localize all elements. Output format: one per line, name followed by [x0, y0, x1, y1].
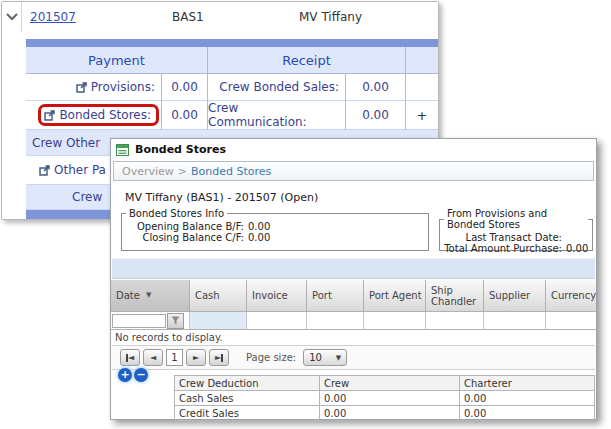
- external-link-icon[interactable]: [44, 110, 55, 121]
- vessel-code: BAS1: [172, 10, 204, 24]
- bonded-stores-grid: Date ▼ Cash Invoice Port Port Agent Ship…: [111, 280, 596, 330]
- callout-highlight-box: Bonded Stores:: [38, 104, 159, 126]
- page-size-value: 10: [309, 352, 322, 363]
- cash-filter-cell[interactable]: [190, 312, 247, 329]
- field-label: Provisions:: [91, 80, 155, 94]
- arrow-left-icon: ◄: [128, 353, 134, 362]
- fieldset-legend: Bonded Stores Info: [126, 208, 227, 219]
- prev-page-button[interactable]: ◄: [143, 349, 163, 366]
- field-label: Bonded Stores:: [59, 108, 151, 122]
- funnel-icon: [171, 316, 180, 325]
- column-header: Crew: [320, 376, 460, 391]
- column-header: Charterer: [460, 376, 595, 391]
- last-page-button[interactable]: ►: [209, 349, 229, 366]
- last-page-bar-icon: [221, 354, 223, 362]
- column-header-date[interactable]: Date ▼: [111, 280, 190, 312]
- cell-value: 0.00: [320, 391, 460, 406]
- current-page-indicator[interactable]: 1: [166, 349, 183, 366]
- field-label: Opening Balance B/F:: [126, 221, 244, 232]
- row-label: Credit Sales: [175, 406, 320, 421]
- add-entry-button[interactable]: +: [406, 101, 438, 130]
- column-label: Date: [116, 290, 140, 301]
- cell-value: 0.00: [460, 391, 595, 406]
- breadcrumb-current[interactable]: Bonded Stores: [191, 165, 271, 178]
- invoice-filter-cell[interactable]: [247, 312, 307, 329]
- breadcrumb: Overview > Bonded Stores: [113, 161, 594, 181]
- field-label: Last Transact Date:: [444, 232, 562, 243]
- provisions-bonded-fieldset: From Provisions and Bonded Stores Last T…: [439, 208, 593, 251]
- field-value: 0.00: [244, 232, 270, 243]
- port-agent-filter-cell[interactable]: [364, 312, 426, 329]
- field-label: Closing Balance C/F:: [126, 232, 244, 243]
- dialog-title-bar[interactable]: Bonded Stores: [111, 139, 596, 160]
- next-page-button[interactable]: ►: [186, 349, 206, 366]
- column-header-supplier[interactable]: Supplier: [484, 280, 546, 312]
- field-label: Total Amount Purchase:: [444, 243, 562, 254]
- bonded-stores-info-fieldset: Bonded Stores Info Opening Balance B/F: …: [121, 208, 429, 251]
- field-label: Crew Communication:: [208, 101, 339, 129]
- bonded-stores-row: Bonded Stores: 0.00 Crew Communication: …: [26, 101, 438, 130]
- first-page-button[interactable]: ◄: [120, 349, 140, 366]
- external-link-icon[interactable]: [76, 82, 87, 93]
- section-header-receipt: Receipt: [208, 47, 406, 74]
- cell-value: 0.00: [320, 406, 460, 421]
- field-label: Other Pa: [54, 163, 106, 177]
- column-header: Crew Deduction: [175, 376, 320, 391]
- crew-table-header-row: Crew Deduction Crew Charterer: [175, 376, 595, 391]
- voyage-link[interactable]: 201507: [30, 10, 76, 24]
- empty-grid-message: No records to display.: [115, 332, 223, 343]
- grid-pager: ◄ ◄ 1 ► ► Page size: 10 ▼: [112, 345, 595, 370]
- page-size-label: Page size:: [246, 352, 296, 363]
- table-row: Cash Sales 0.00 0.00: [175, 391, 595, 406]
- column-header-cash[interactable]: Cash: [190, 280, 247, 312]
- form-window-icon: [116, 144, 129, 156]
- field-value: [562, 232, 566, 243]
- sort-desc-icon: ▼: [146, 292, 151, 300]
- field-value: 0.00: [346, 74, 406, 101]
- fieldset-legend: From Provisions and Bonded Stores: [444, 208, 588, 230]
- ship-chandler-filter-cell[interactable]: [426, 312, 484, 329]
- grid-filter-row: [111, 312, 596, 330]
- field-value: 0.00: [162, 101, 208, 130]
- column-header-currency[interactable]: Currency: [546, 280, 596, 312]
- arrow-left-icon: ◄: [150, 353, 156, 362]
- bonded-stores-dialog: Bonded Stores Overview > Bonded Stores M…: [110, 138, 597, 420]
- grid-header-row: Date ▼ Cash Invoice Port Port Agent Ship…: [111, 280, 596, 312]
- column-header-invoice[interactable]: Invoice: [247, 280, 307, 312]
- date-filter-input[interactable]: [112, 314, 166, 328]
- section-header-payment: Payment: [26, 47, 208, 74]
- field-value: 0.00: [162, 74, 208, 101]
- vessel-name: MV Tiffany: [299, 10, 362, 24]
- field-value: 0.00: [562, 243, 588, 254]
- column-header-ship-chandler[interactable]: Ship Chandler: [426, 280, 484, 312]
- currency-filter-cell[interactable]: [546, 312, 596, 329]
- column-header-port-agent[interactable]: Port Agent: [364, 280, 426, 312]
- page-size-select[interactable]: 10 ▼: [303, 349, 347, 366]
- port-filter-cell[interactable]: [307, 312, 364, 329]
- filter-menu-button[interactable]: [167, 313, 184, 329]
- grid-toolbar: [112, 258, 595, 279]
- field-value: 0.00: [346, 101, 406, 130]
- voyage-row: 201507 BAS1 MV Tiffany: [2, 2, 438, 32]
- provisions-row: Provisions: 0.00 Crew Bonded Sales: 0.00: [26, 74, 438, 101]
- external-link-icon[interactable]: [39, 165, 50, 176]
- breadcrumb-parent[interactable]: Overview: [122, 165, 174, 178]
- remove-row-button[interactable]: −: [134, 368, 148, 382]
- panel-top-bar: [26, 39, 438, 47]
- extra-column-header: [406, 47, 438, 74]
- cell-value: 0.00: [460, 406, 595, 421]
- vessel-summary: MV Tiffany (BAS1) - 201507 (Open): [125, 191, 318, 204]
- add-row-button[interactable]: +: [118, 368, 132, 382]
- field-value: 0.00: [244, 221, 270, 232]
- arrow-right-icon: ►: [193, 353, 199, 362]
- chevron-down-icon: [6, 13, 18, 21]
- column-header-port[interactable]: Port: [307, 280, 364, 312]
- breadcrumb-separator: >: [178, 165, 187, 178]
- chevron-down-icon: ▼: [336, 354, 341, 362]
- row-expander[interactable]: [2, 2, 22, 32]
- extra-cell: [406, 74, 438, 101]
- dialog-title: Bonded Stores: [135, 143, 226, 156]
- supplier-filter-cell[interactable]: [484, 312, 546, 329]
- row-label: Cash Sales: [175, 391, 320, 406]
- table-row: Credit Sales 0.00 0.00: [175, 406, 595, 421]
